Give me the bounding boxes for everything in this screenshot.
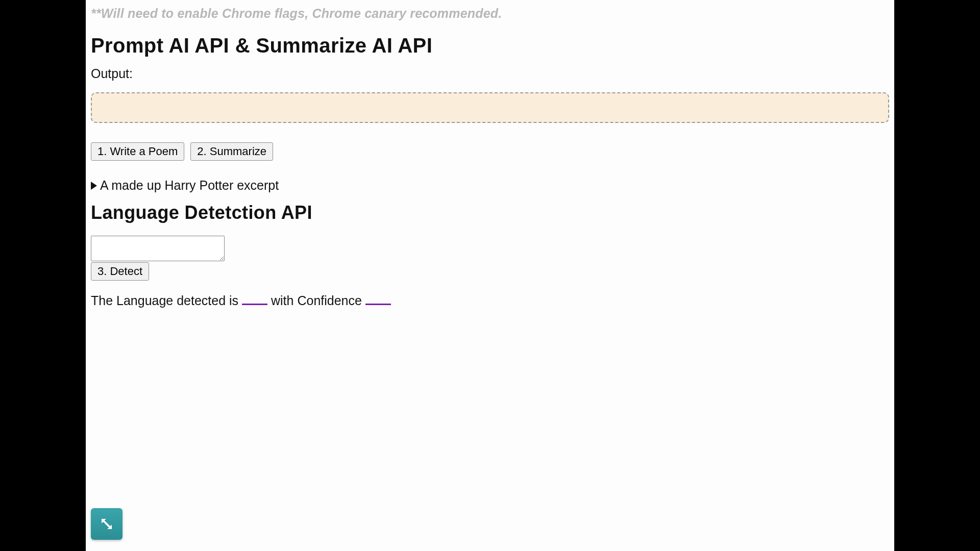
- prompt-buttons-row: 1. Write a Poem 2. Summarize: [91, 142, 889, 161]
- detected-language-value: [242, 292, 267, 305]
- section-langdetect-title: Language Detetction API: [91, 202, 889, 223]
- result-mid: with Confidence: [271, 293, 365, 308]
- page-content: **Will need to enable Chrome flags, Chro…: [86, 0, 894, 551]
- language-text-input[interactable]: [91, 236, 225, 261]
- confidence-value: [365, 292, 391, 305]
- output-label: Output:: [91, 66, 889, 81]
- write-poem-button[interactable]: 1. Write a Poem: [91, 142, 184, 161]
- output-box: [91, 92, 889, 123]
- result-prefix: The Language detected is: [91, 293, 242, 308]
- detection-result-line: The Language detected is with Confidence: [91, 292, 889, 308]
- excerpt-disclosure[interactable]: A made up Harry Potter excerpt: [91, 178, 889, 193]
- expand-diagonal-icon: [99, 516, 114, 532]
- section-prompt-title: Prompt AI API & Summarize AI API: [91, 34, 889, 57]
- expand-tool-button[interactable]: [91, 508, 122, 540]
- disclosure-triangle-icon: [91, 182, 97, 190]
- detect-button[interactable]: 3. Detect: [91, 262, 149, 281]
- enable-flags-note: **Will need to enable Chrome flags, Chro…: [91, 6, 889, 21]
- summarize-button[interactable]: 2. Summarize: [190, 142, 273, 161]
- disclosure-label: A made up Harry Potter excerpt: [100, 178, 279, 193]
